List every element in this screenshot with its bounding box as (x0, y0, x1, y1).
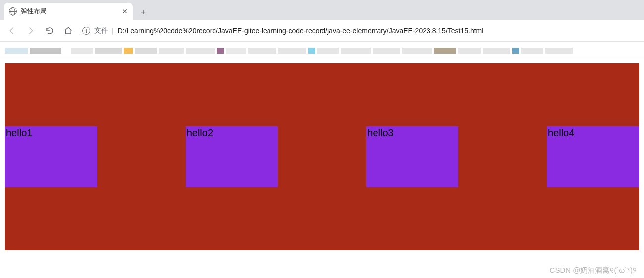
new-tab-button[interactable]: + (136, 5, 151, 20)
bookmark-blur-block (373, 48, 400, 54)
page-viewport: hello1hello2hello3hello4 (0, 58, 644, 255)
home-icon (64, 26, 73, 35)
bookmark-blur-block (135, 48, 157, 54)
reload-icon (45, 26, 54, 35)
bookmark-blur-block (248, 48, 276, 54)
forward-button[interactable] (23, 23, 39, 39)
bookmark-blur-block (186, 48, 215, 54)
browser-toolbar: 文件 | D:/Learning%20code%20record/JavaEE-… (0, 20, 644, 42)
bookmark-bar (0, 42, 644, 58)
browser-tabbar: 弹性布局 ✕ + (0, 0, 644, 20)
bookmark-blur-block (95, 48, 122, 54)
info-icon[interactable] (82, 27, 90, 35)
flex-item: hello4 (547, 126, 639, 187)
flex-item: hello2 (186, 126, 278, 187)
bookmark-blur-block (71, 48, 93, 54)
flex-container: hello1hello2hello3hello4 (5, 63, 639, 250)
arrow-left-icon (7, 26, 16, 35)
tab-title: 弹性布局 (21, 7, 118, 16)
back-button[interactable] (4, 23, 20, 39)
bookmark-blur-block (545, 48, 573, 54)
address-prefix: 文件 (94, 26, 108, 35)
address-url: D:/Learning%20code%20record/JavaEE-gitee… (118, 27, 483, 35)
arrow-right-icon (26, 26, 35, 35)
home-button[interactable] (60, 23, 76, 39)
bookmark-blur-block (278, 48, 306, 54)
address-bar[interactable]: 文件 | D:/Learning%20code%20record/JavaEE-… (79, 26, 640, 35)
bookmark-blur-block (512, 48, 519, 54)
bookmark-blur-block (341, 48, 371, 54)
bookmark-blur-block (124, 48, 133, 54)
flex-item: hello1 (5, 126, 97, 187)
bookmark-blur-block (226, 48, 246, 54)
bookmark-blur-block (5, 48, 28, 54)
flex-item: hello3 (366, 126, 458, 187)
browser-tab-active[interactable]: 弹性布局 ✕ (4, 3, 133, 20)
bookmark-blur-block (434, 48, 456, 54)
bookmark-blur-block (308, 48, 315, 54)
watermark: CSDN @奶油酒窝୧(´ω`*)୨ (550, 266, 636, 275)
bookmark-blur-block (159, 48, 184, 54)
close-icon[interactable]: ✕ (122, 7, 128, 15)
bookmark-blur-block (217, 48, 224, 54)
reload-button[interactable] (42, 23, 57, 39)
bookmark-blur-block (458, 48, 481, 54)
bookmark-blur-block (402, 48, 432, 54)
bookmark-blur-block (521, 48, 543, 54)
bookmark-blur-block (63, 48, 69, 54)
globe-icon (9, 7, 17, 15)
bookmark-blur-block (483, 48, 510, 54)
bookmark-blur-block (317, 48, 339, 54)
address-separator: | (112, 27, 114, 35)
bookmark-blur-block (30, 48, 61, 54)
